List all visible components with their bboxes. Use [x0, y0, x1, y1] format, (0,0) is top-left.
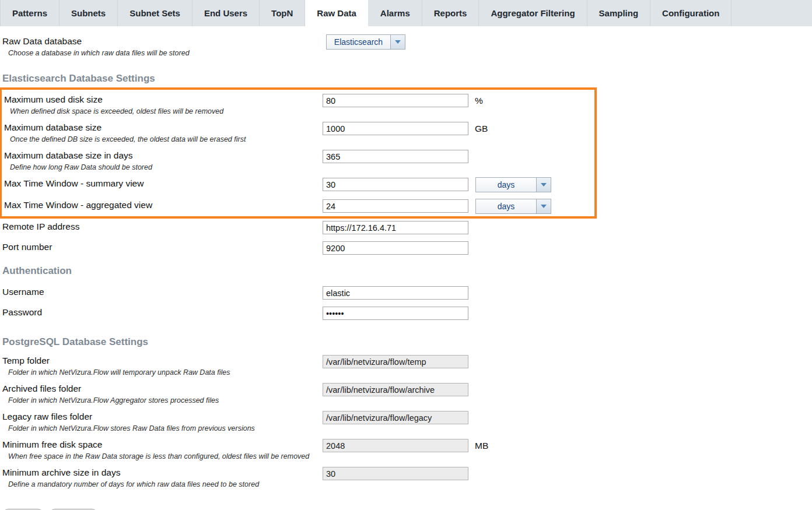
mtw-aggregated-unit-value: days: [476, 199, 536, 213]
password-label: Password: [2, 307, 323, 318]
max-database-size-hint: Once the defined DB size is exceeded, th…: [4, 135, 323, 144]
max-used-disk-size-input[interactable]: [323, 94, 468, 107]
row-mtw-summary: Max Time Window - summary view days: [2, 178, 594, 192]
mtw-summary-label: Max Time Window - summary view: [4, 178, 323, 189]
elasticsearch-settings-heading: Elasticsearch Database Settings: [0, 73, 812, 85]
mtw-aggregated-unit-dropdown[interactable]: days: [475, 199, 551, 214]
min-archive-size-days-hint: Define a mandatory number of days for wh…: [2, 480, 323, 489]
row-username: Username: [0, 286, 812, 300]
legacy-raw-files-folder-label: Legacy raw files folder: [2, 411, 323, 423]
max-database-size-days-hint: Define how long Raw Data should be store…: [4, 163, 323, 172]
password-input[interactable]: [323, 307, 468, 320]
max-used-disk-size-label: Maximum used disk size: [4, 94, 323, 105]
legacy-raw-files-folder-hint: Folder in which NetVizura.Flow stores Ra…: [2, 424, 323, 433]
max-database-size-unit: GB: [470, 122, 594, 135]
mtw-summary-unit-dropdown[interactable]: days: [475, 177, 551, 192]
raw-data-database-label: Raw Data database: [2, 36, 323, 47]
tab-subnet-sets[interactable]: Subnet Sets: [118, 0, 192, 26]
highlight-box: Maximum used disk size When defined disk…: [0, 87, 597, 219]
max-used-disk-size-unit: %: [470, 94, 594, 107]
mtw-summary-input[interactable]: [323, 178, 468, 191]
row-remote-ip: Remote IP address: [0, 221, 812, 234]
min-free-disk-space-hint: When free space in the Raw Data storage …: [2, 452, 323, 461]
row-mtw-aggregated: Max Time Window - aggregated view days: [2, 199, 594, 214]
database-dropdown[interactable]: Elasticsearch: [326, 34, 405, 50]
legacy-raw-files-folder-input: [323, 411, 468, 424]
remote-ip-label: Remote IP address: [2, 221, 323, 233]
mtw-aggregated-input[interactable]: [323, 199, 468, 213]
min-free-disk-space-label: Minimum free disk space: [2, 439, 323, 451]
min-archive-size-days-input: [323, 467, 468, 480]
temp-folder-label: Temp folder: [2, 355, 323, 367]
max-database-size-days-label: Maximum database size in days: [4, 150, 323, 161]
archived-files-folder-hint: Folder in which NetVizura.Flow Aggregato…: [2, 396, 323, 405]
row-max-used-disk-size: Maximum used disk size When defined disk…: [2, 94, 594, 116]
mtw-aggregated-label: Max Time Window - aggregated view: [4, 199, 323, 211]
row-legacy-raw-files-folder: Legacy raw files folder Folder in which …: [0, 411, 812, 433]
tab-configuration[interactable]: Configuration: [650, 0, 732, 26]
max-used-disk-size-hint: When defined disk space is exceeded, old…: [4, 107, 323, 116]
row-archived-files-folder: Archived files folder Folder in which Ne…: [0, 383, 812, 405]
min-free-disk-space-unit: MB: [470, 439, 812, 452]
row-raw-data-database: Raw Data database Choose a database in w…: [0, 36, 812, 58]
temp-folder-input: [323, 355, 468, 368]
min-archive-size-days-label: Minimum archive size in days: [2, 467, 323, 479]
max-database-size-days-input[interactable]: [323, 150, 468, 163]
archived-files-folder-label: Archived files folder: [2, 383, 323, 395]
tab-alarms[interactable]: Alarms: [369, 0, 422, 26]
port-number-label: Port number: [2, 241, 323, 253]
tab-subnets[interactable]: Subnets: [60, 0, 118, 26]
tab-end-users[interactable]: End Users: [192, 0, 260, 26]
tab-aggregator-filtering[interactable]: Aggregator Filtering: [479, 0, 587, 26]
raw-data-database-hint: Choose a database in which raw data file…: [2, 48, 323, 58]
tab-reports[interactable]: Reports: [422, 0, 480, 26]
username-input[interactable]: [323, 286, 468, 300]
archived-files-folder-input: [323, 383, 468, 396]
remote-ip-input[interactable]: [323, 221, 468, 234]
chevron-down-icon: [536, 178, 551, 192]
min-free-disk-space-input: [323, 439, 468, 452]
row-max-database-size: Maximum database size Once the defined D…: [2, 122, 594, 144]
username-label: Username: [2, 286, 323, 298]
mtw-summary-unit-value: days: [476, 178, 536, 192]
row-min-archive-size-days: Minimum archive size in days Define a ma…: [0, 467, 812, 489]
postgresql-settings-heading: PostgreSQL Database Settings: [0, 336, 812, 348]
row-min-free-disk-space: Minimum free disk space When free space …: [0, 439, 812, 461]
tab-raw-data[interactable]: Raw Data: [305, 0, 369, 26]
chevron-down-icon: [390, 35, 405, 49]
chevron-down-icon: [536, 199, 551, 213]
row-password: Password: [0, 307, 812, 320]
row-temp-folder: Temp folder Folder in which NetVizura.Fl…: [0, 355, 812, 377]
tab-patterns[interactable]: Patterns: [0, 0, 60, 26]
database-dropdown-value: Elasticsearch: [327, 35, 390, 49]
tab-topn[interactable]: TopN: [260, 0, 305, 26]
row-max-database-size-days: Maximum database size in days Define how…: [2, 150, 594, 172]
row-port-number: Port number: [0, 241, 812, 255]
authentication-heading: Authentication: [0, 265, 812, 277]
port-number-input[interactable]: [323, 241, 468, 255]
settings-form: Raw Data database Choose a database in w…: [0, 26, 812, 510]
temp-folder-hint: Folder in which NetVizura.Flow will temp…: [2, 368, 323, 377]
tab-bar: Patterns Subnets Subnet Sets End Users T…: [0, 0, 812, 26]
max-database-size-input[interactable]: [323, 122, 468, 135]
max-database-size-label: Maximum database size: [4, 122, 323, 133]
tab-sampling[interactable]: Sampling: [587, 0, 651, 26]
